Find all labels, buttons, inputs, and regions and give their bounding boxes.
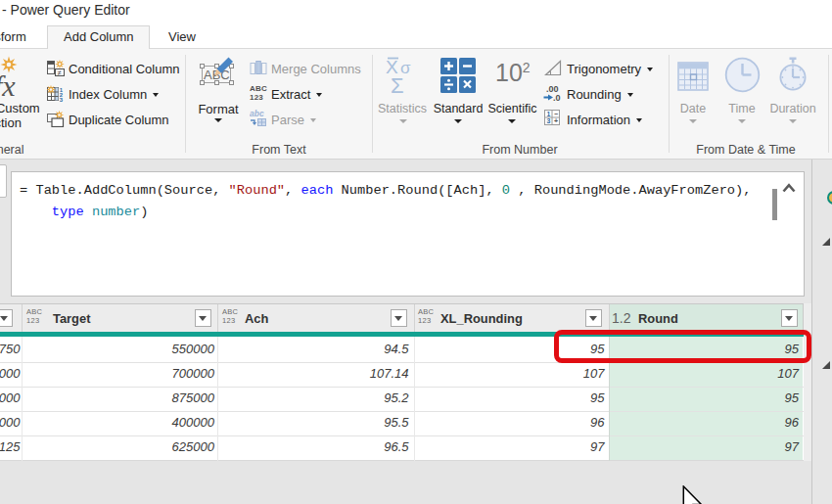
svg-text:.0: .0 xyxy=(553,93,561,102)
svg-text:1: 1 xyxy=(547,111,551,117)
svg-text:Σ: Σ xyxy=(391,73,404,95)
svg-text:≠: ≠ xyxy=(58,69,62,76)
svg-text:3: 3 xyxy=(547,117,551,124)
svg-text:3: 3 xyxy=(60,97,64,102)
svg-text:−: − xyxy=(554,111,558,117)
svg-text:+: + xyxy=(554,117,558,124)
svg-text:abc: abc xyxy=(250,110,264,118)
svg-text:fx: fx xyxy=(0,69,16,102)
